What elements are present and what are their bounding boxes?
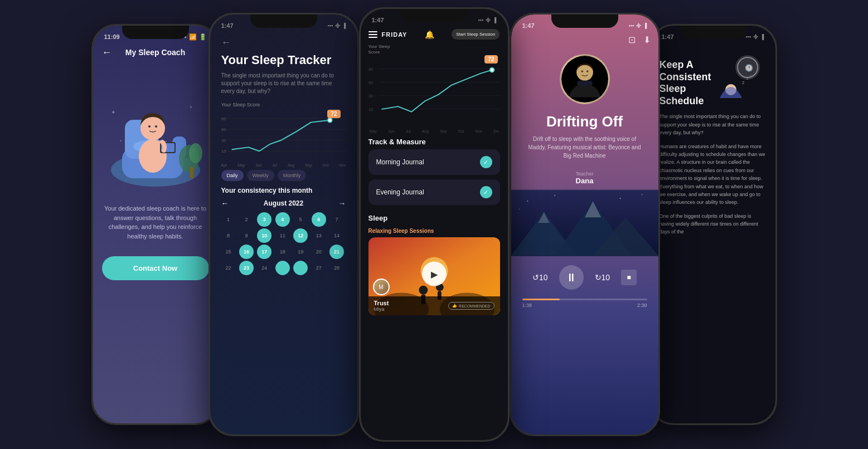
month-label: August 2022: [264, 199, 303, 207]
video-avatar: M: [373, 279, 390, 295]
consistency-title: Your consistency this month: [221, 187, 346, 194]
phone4-notch: [551, 14, 618, 28]
cal-day-12[interactable]: 12: [293, 228, 308, 243]
chart-tooltip: 72: [327, 110, 340, 118]
cal-day-25[interactable]: 25: [275, 261, 290, 275]
forward-10-btn[interactable]: ↻10: [595, 273, 610, 282]
sleep-schedule-svg: 🕐 z z z: [714, 53, 770, 104]
signal-icon: ▪▪▪: [328, 23, 333, 28]
cal-day-18[interactable]: 18: [275, 245, 290, 259]
phone5-body1: The single most important thing you can …: [660, 113, 767, 136]
phone1-screen: 11:09 ▪▪▪ 📶 🔋 ← My Sleep Coach: [93, 26, 218, 423]
playback-controls: ↺10 ⏸ ↻10 ■: [511, 261, 658, 294]
phone4-header: ⊡ ⬇: [511, 32, 658, 50]
cal-day-7[interactable]: 7: [329, 212, 344, 227]
contact-button[interactable]: Contact Now: [102, 256, 209, 280]
cal-day-13[interactable]: 13: [312, 228, 326, 243]
cal-day-4[interactable]: 4: [275, 212, 290, 227]
pause-btn[interactable]: ⏸: [559, 265, 584, 290]
cal-day-6[interactable]: 6: [312, 212, 326, 227]
avatar-container: [511, 54, 658, 104]
play-button[interactable]: ▶: [422, 262, 447, 286]
cal-day-23[interactable]: 23: [239, 261, 254, 275]
phone5-time: 1:47: [662, 33, 674, 40]
phone5-notch: [680, 26, 746, 39]
chart-svg: 80 60 30 10: [221, 110, 346, 160]
cal-day-19[interactable]: 19: [293, 245, 308, 259]
cal-day-15[interactable]: 15: [221, 245, 236, 259]
cal-day-3[interactable]: 3: [257, 212, 271, 227]
wifi-icon: 令: [335, 22, 340, 30]
day-label: FRIDAY: [382, 31, 408, 38]
teacher-name: Dana: [516, 177, 654, 185]
cal-day-17[interactable]: 17: [257, 245, 271, 259]
phone4-screen: 1:47 ▪▪▪ 令 ▐ ⊡ ⬇: [511, 14, 658, 435]
mountain-svg: [511, 189, 658, 256]
airplay-icon[interactable]: ⊡: [628, 35, 636, 45]
alarm-icon[interactable]: 🔔: [425, 30, 434, 39]
tab-weekly[interactable]: Weekly: [247, 170, 274, 181]
evening-journal-item[interactable]: Evening Journal ✓: [368, 179, 500, 205]
evening-check-icon: ✓: [480, 186, 492, 198]
cal-day-1[interactable]: 1: [221, 212, 236, 227]
next-month-btn[interactable]: →: [338, 199, 346, 208]
cal-day-9[interactable]: 9: [239, 228, 254, 243]
wifi-icon: 令: [753, 33, 758, 41]
svg-text:80: 80: [368, 67, 374, 72]
svg-text:✦: ✦: [189, 105, 193, 110]
phone3-shell: 1:47 ▪▪▪ 令 ▐ FRIDAY 🔔 Start Sle: [359, 7, 510, 442]
cal-day-8[interactable]: 8: [221, 228, 236, 243]
cal-day-5[interactable]: 5: [293, 212, 308, 227]
cal-day-24[interactable]: 24: [257, 261, 271, 275]
phone3-x-labels: May Jun Jul Aug Sep Oct Nov De: [368, 129, 500, 133]
cal-day-27[interactable]: 27: [312, 261, 326, 275]
tab-daily[interactable]: Daily: [221, 170, 244, 181]
progress-bar-background[interactable]: [522, 299, 647, 300]
progress-times: 1:38 2:30: [522, 302, 647, 308]
prev-month-btn[interactable]: ←: [221, 199, 229, 208]
cal-day-2[interactable]: 2: [239, 212, 254, 227]
phone2-back-btn[interactable]: ←: [221, 37, 346, 48]
rewind-10-btn[interactable]: ↺10: [532, 273, 548, 282]
cal-day-14[interactable]: 14: [329, 228, 344, 243]
cal-day-26[interactable]: 26: [293, 261, 308, 275]
mountain-scene: [511, 189, 658, 256]
svg-text:30: 30: [368, 94, 374, 99]
stop-btn[interactable]: ■: [621, 270, 637, 285]
phone3-chart-tooltip: 72: [484, 55, 497, 64]
cal-day-28[interactable]: 28: [329, 261, 344, 275]
cal-day-21[interactable]: 21: [329, 245, 344, 259]
download-icon[interactable]: ⬇: [643, 35, 651, 45]
phone5-screen: 1:47 ▪▪▪ 令 ▐ 🕐: [651, 26, 775, 423]
teacher-section: Teacher Dana: [511, 167, 658, 189]
svg-text:30: 30: [221, 138, 226, 143]
svg-point-6: [189, 143, 202, 163]
svg-point-34: [489, 68, 494, 72]
cal-day-16[interactable]: 16: [239, 245, 254, 259]
phone5-shell: 1:47 ▪▪▪ 令 ▐ 🕐: [649, 24, 777, 425]
back-icon[interactable]: ←: [102, 47, 112, 58]
battery-icon: ▐: [643, 23, 647, 28]
video-card[interactable]: M ▶ Trust Miya 👍 RECOMMENDED: [368, 237, 500, 315]
svg-text:z: z: [746, 76, 749, 80]
tab-monthly[interactable]: Monthly: [278, 170, 307, 181]
video-author: Miya: [374, 306, 389, 312]
cal-day-10[interactable]: 10: [257, 228, 271, 243]
morning-journal-item[interactable]: Morning Journal ✓: [368, 149, 500, 175]
svg-point-54: [527, 201, 528, 202]
hamburger-menu[interactable]: [368, 31, 377, 38]
cal-day-22[interactable]: 22: [221, 261, 236, 275]
track-section-title: Track & Measure: [361, 133, 508, 149]
svg-point-55: [554, 195, 555, 196]
svg-text:10: 10: [221, 149, 226, 154]
menu-line-1: [368, 31, 377, 32]
sleep-session-button[interactable]: Start Sleep Session: [452, 29, 500, 40]
morning-check-icon: ✓: [480, 156, 492, 168]
cal-day-11[interactable]: 11: [275, 228, 290, 243]
svg-point-58: [518, 209, 520, 210]
progress-bar-container: 1:38 2:30: [511, 294, 658, 313]
cal-day-20[interactable]: 20: [312, 245, 326, 259]
phone2-title: Your Sleep Tracker: [221, 53, 346, 67]
phone3-chart-svg: 80 60 30 10: [368, 57, 500, 129]
phone3-score-label: Your SleepScore: [368, 44, 500, 55]
